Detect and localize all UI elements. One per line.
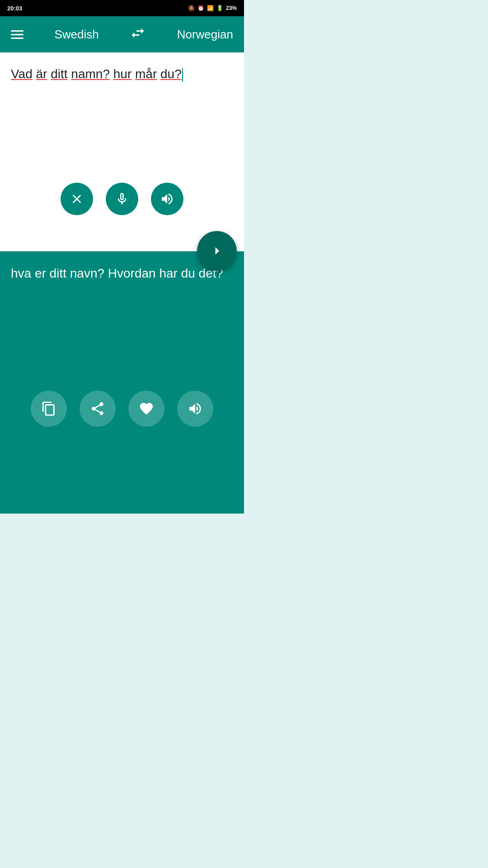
translated-text: hva er ditt navn? Hvordan har du det? — [11, 264, 233, 354]
battery-percent: 23% — [226, 5, 237, 11]
word-vad: Vad — [11, 67, 33, 81]
word-du: du? — [160, 67, 182, 81]
source-input[interactable]: Vad är ditt namn? hur mår du? — [11, 65, 233, 156]
status-bar: 20:03 🔕 ⏰ 📶 🔋 23% — [0, 0, 244, 16]
share-button[interactable] — [80, 391, 116, 427]
target-panel: hva er ditt navn? Hvordan har du det? — [0, 251, 244, 514]
translate-fab-button[interactable] — [197, 231, 237, 271]
swap-languages-button[interactable] — [130, 25, 146, 44]
word-mar: mår — [135, 67, 157, 81]
menu-button[interactable] — [11, 30, 23, 39]
clear-button[interactable] — [61, 183, 93, 215]
status-icons: 🔕 ⏰ 📶 🔋 23% — [188, 5, 237, 11]
source-controls — [11, 183, 233, 220]
speak-translation-button[interactable] — [177, 391, 213, 427]
notification-icon: 🔕 — [188, 5, 195, 11]
mic-button[interactable] — [106, 183, 138, 215]
source-language-button[interactable]: Swedish — [54, 28, 99, 42]
target-language-button[interactable]: Norwegian — [177, 28, 233, 42]
top-nav: Swedish Norwegian — [0, 16, 244, 52]
battery-icon: 🔋 — [216, 5, 223, 11]
favorite-button[interactable] — [128, 391, 164, 427]
source-panel: Vad är ditt namn? hur mår du? — [0, 52, 244, 251]
alarm-icon: ⏰ — [197, 5, 204, 11]
copy-button[interactable] — [31, 391, 67, 427]
speak-source-button[interactable] — [151, 183, 183, 215]
target-controls — [11, 391, 233, 431]
word-ditt: ditt — [51, 67, 67, 81]
signal-icon: 📶 — [207, 5, 214, 11]
word-hur: hur — [113, 67, 131, 81]
text-cursor — [182, 68, 183, 82]
word-ar: är — [36, 67, 47, 81]
status-time: 20:03 — [7, 5, 22, 12]
word-namn: namn? — [71, 67, 110, 81]
